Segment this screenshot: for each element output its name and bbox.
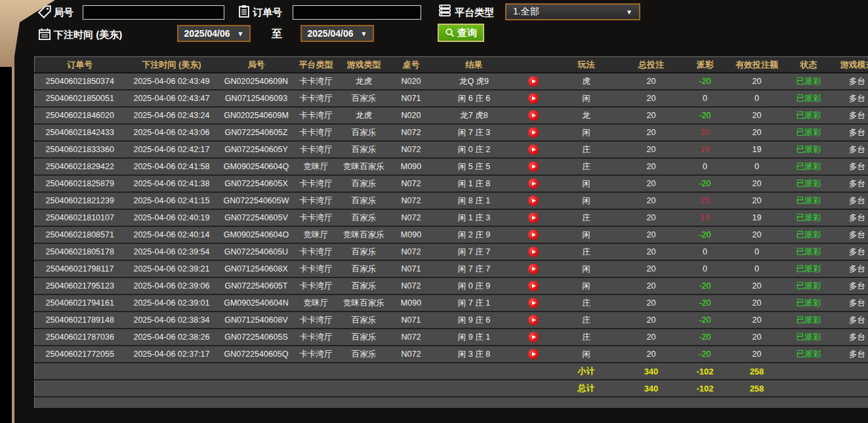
- replay-button[interactable]: [528, 298, 539, 308]
- order-number: 250406021825879: [35, 175, 125, 192]
- payout: -20: [680, 73, 730, 90]
- replay-button[interactable]: [528, 264, 539, 274]
- total-bet: 20: [623, 124, 680, 141]
- replay-button[interactable]: [528, 144, 539, 155]
- table-number: N072: [390, 329, 432, 346]
- replay-button[interactable]: [528, 230, 539, 240]
- replay-button[interactable]: [528, 93, 539, 104]
- bet-time: 2025-04-06 02:40:19: [125, 209, 218, 226]
- column-header-play-type: 玩法: [550, 57, 623, 73]
- replay-button[interactable]: [528, 212, 539, 223]
- bet-time: 2025-04-06 02:40:14: [125, 226, 218, 243]
- replay-button[interactable]: [528, 349, 539, 359]
- status: 已派彩: [784, 294, 834, 312]
- valid-bet: 20: [730, 329, 784, 346]
- grand-total-row-replay: [516, 380, 550, 397]
- replay-button[interactable]: [528, 332, 539, 342]
- status: 已派彩: [784, 90, 834, 107]
- platform-type: 卡卡湾厅: [295, 277, 338, 294]
- result: 闲 6 庄 6: [432, 90, 516, 107]
- order-number: 250406021787036: [35, 329, 125, 346]
- replay-button[interactable]: [528, 315, 539, 325]
- game-type: 百家乐: [338, 175, 390, 192]
- total-bet: 20: [623, 294, 680, 312]
- round-number: GN0722540605W: [218, 192, 295, 209]
- total-bet: 20: [623, 175, 680, 192]
- replay-button[interactable]: [528, 178, 539, 189]
- game-type: 竞咪百家乐: [338, 158, 390, 175]
- play-type: 庄: [550, 243, 623, 260]
- table-number: N071: [390, 90, 432, 107]
- table-number: N072: [390, 124, 432, 141]
- play-type: 闲: [550, 346, 623, 363]
- platform-type: 卡卡湾厅: [295, 175, 338, 192]
- replay-button[interactable]: [528, 76, 539, 87]
- valid-bet: 0: [730, 243, 784, 260]
- payout: -20: [680, 346, 730, 363]
- table-row: 2504060217720552025-04-06 02:37:17GN0722…: [35, 346, 868, 363]
- platform-type-select[interactable]: 1.全部 ▼: [505, 3, 640, 20]
- payout: -20: [680, 294, 730, 312]
- date-to-select[interactable]: 2025/04/06 ▼: [300, 25, 374, 42]
- platform-type: 竞咪厅: [295, 226, 338, 243]
- order-number: 250406021846020: [35, 107, 125, 124]
- status: 已派彩: [784, 73, 834, 90]
- replay-button[interactable]: [528, 195, 539, 206]
- subtotal-row-game-type: [338, 363, 390, 380]
- column-header-game-type: 游戏类型: [338, 57, 390, 73]
- bet-time-label: 下注时间 (美东): [54, 29, 122, 41]
- table-row: 2504060217951232025-04-06 02:39:06GN0722…: [35, 277, 868, 294]
- bet-time: 2025-04-06 02:39:06: [125, 277, 218, 294]
- chevron-down-icon: ▼: [234, 30, 244, 37]
- round-number-input[interactable]: [83, 5, 224, 20]
- grand-total-row-platform-type: [295, 380, 338, 397]
- grand-total-row-result: [432, 380, 516, 397]
- replay: [516, 73, 550, 90]
- platform-type-value: 1.全部: [513, 6, 539, 18]
- status: 已派彩: [784, 192, 834, 209]
- game-mode: 多台: [834, 209, 868, 226]
- replay-button[interactable]: [528, 127, 539, 138]
- game-type: 百家乐: [338, 124, 390, 141]
- play-type: 闲: [550, 226, 623, 243]
- column-header-game-mode: 游戏模式: [834, 57, 868, 73]
- table-number: N072: [390, 141, 432, 158]
- round-number: GN0722540605T: [218, 277, 295, 294]
- status: 已派彩: [784, 124, 834, 141]
- replay: [516, 158, 550, 175]
- grand-total-row-game-type: [338, 380, 390, 397]
- chevron-down-icon: ▼: [357, 30, 367, 37]
- round-number: GN0722540605V: [218, 209, 295, 226]
- replay-button[interactable]: [528, 281, 539, 291]
- result: 闲 0 庄 2: [432, 141, 516, 158]
- valid-bet: 20: [730, 277, 784, 294]
- game-type: 百家乐: [338, 141, 390, 158]
- status: 已派彩: [784, 175, 834, 192]
- game-type: 百家乐: [338, 260, 390, 277]
- payout: 0: [680, 158, 730, 175]
- game-mode: 多台: [834, 192, 868, 209]
- round-number: GM0902540604Q: [218, 158, 295, 175]
- clipboard-icon: [238, 5, 251, 18]
- play-type: 闲: [550, 192, 623, 209]
- order-number: 250406021829422: [35, 158, 125, 175]
- payout: -20: [680, 175, 730, 192]
- bet-time: 2025-04-06 02:41:38: [125, 175, 218, 192]
- replay-button[interactable]: [528, 110, 539, 121]
- replay-button[interactable]: [528, 247, 539, 257]
- status: 已派彩: [784, 107, 834, 124]
- subtotal-row-platform-type: [295, 363, 338, 380]
- replay-button[interactable]: [528, 161, 539, 172]
- total-bet: 20: [623, 141, 680, 158]
- result: 龙7 虎8: [432, 107, 516, 124]
- order-number-input[interactable]: [293, 5, 421, 20]
- table-row: 2504060217941612025-04-06 02:39:01GM0902…: [35, 294, 868, 312]
- bet-time: 2025-04-06 02:38:34: [125, 312, 218, 329]
- payout: 0: [680, 260, 730, 277]
- search-button[interactable]: 查询: [438, 24, 484, 42]
- valid-bet: 20: [730, 294, 784, 312]
- order-number: 250406021772055: [35, 346, 125, 363]
- replay: [516, 209, 550, 226]
- order-number: 250406021850051: [35, 90, 125, 107]
- date-from-select[interactable]: 2025/04/06 ▼: [177, 25, 251, 42]
